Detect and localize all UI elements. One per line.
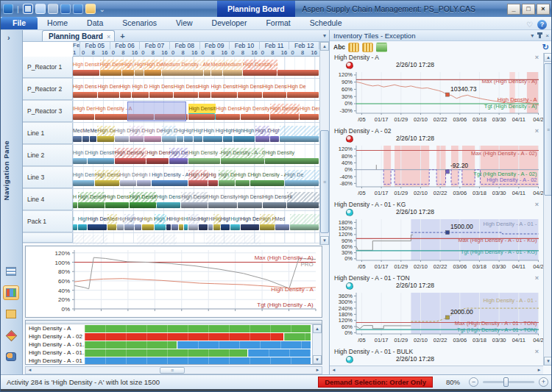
panel-horizontal-scrollbar[interactable]: ◄ ►	[330, 366, 543, 374]
gantt-bar-segment[interactable]: Medium Density - A	[162, 60, 204, 76]
gantt-bar-segment[interactable]: High	[221, 214, 230, 230]
gantt-row-track[interactable]: High DensHigh DensitHigh DeHigh IHigh De…	[73, 167, 319, 188]
tile-chart[interactable]: 120%90%60%30%0%-30%/0501/1701/2902/1002/…	[330, 70, 543, 124]
gantt-bar-segment[interactable]: High De	[144, 60, 161, 76]
scroll-right-icon[interactable]: ►	[535, 367, 543, 374]
close-button[interactable]: ×	[537, 4, 550, 15]
gantt-bar-segment[interactable]: High D	[236, 170, 250, 186]
gantt-bar-segment[interactable]	[206, 235, 261, 245]
gantt-bar-segment[interactable]: High Densit	[157, 192, 182, 208]
gantt-bar-segment[interactable]: Medium D	[223, 60, 243, 76]
tab-close-icon[interactable]: ×	[107, 33, 110, 40]
tile-chart[interactable]: 180%150%120%90%60%30%0%/0501/1701/2902/1…	[330, 217, 543, 271]
tile-chart[interactable]: 120%80%40%0%-40%-80%/0501/1701/2902/1002…	[330, 143, 543, 198]
favorite-icon[interactable]: ♡	[526, 21, 533, 29]
gantt-bar-segment[interactable]: High	[135, 60, 144, 76]
tab-list-dropdown-icon[interactable]: ▾	[323, 32, 326, 39]
ribbon-tab-scenarios[interactable]: Scenarios	[113, 17, 166, 29]
panel-close-icon[interactable]: ×	[545, 32, 549, 39]
gantt-bar-segment[interactable]: High Densi	[216, 104, 241, 120]
legend-row[interactable]: High Density - A - 01	[26, 357, 322, 365]
expand-chevron-icon[interactable]: ›	[7, 33, 10, 42]
gantt-bar-segment[interactable]: Med	[275, 214, 290, 230]
gantt-vertical-scrollbar[interactable]: ▲ ≡ ▼	[319, 42, 329, 245]
gantt-bar-segment[interactable]: Hi	[287, 192, 319, 208]
gantt-bar-segment[interactable]: Hig	[117, 214, 124, 230]
gantt-bar-segment[interactable]: High Density -	[188, 148, 221, 164]
tile-close-icon[interactable]: ×	[535, 54, 539, 61]
gantt-row-track[interactable]: High DHigh DensityHigh Density - High De…	[73, 145, 319, 166]
pin-icon[interactable]	[539, 32, 541, 38]
gantt-bar-segment[interactable]: Hi	[208, 214, 213, 230]
gantt-bar-segment[interactable]: High Density - A - 0	[221, 148, 265, 164]
gantt-bar-segment[interactable]: High Density	[88, 148, 115, 164]
gantt-bar-segment[interactable]: High Dens	[88, 214, 107, 230]
gantt-bar-segment[interactable]: High Hi	[260, 214, 275, 230]
gantt-bar-segment[interactable]: High D	[255, 126, 270, 142]
gantt-bar-segment[interactable]: Hig	[171, 214, 179, 230]
gantt-bar-segment[interactable]: High De	[285, 170, 319, 186]
gantt-bar-segment[interactable]: High Density - A	[152, 170, 188, 186]
scroll-down-icon[interactable]: ▼	[320, 236, 329, 245]
gantt-bar-segment[interactable]: HighHigh De	[233, 126, 255, 142]
panel-dropdown-icon[interactable]: ▾	[531, 32, 534, 39]
gantt-bar-segment[interactable]	[280, 126, 319, 142]
gantt-bar-segment[interactable]	[107, 235, 137, 245]
gantt-row-track[interactable]: MediMedMedHigh DeHigh DHigh DeHigh DenHi…	[73, 123, 319, 144]
tile-close-icon[interactable]: ×	[535, 348, 539, 355]
legend-row[interactable]: High Density - A - 01...	[26, 349, 322, 357]
tile-close-icon[interactable]: ×	[535, 201, 539, 208]
gantt-bar-segment[interactable]: High Densit	[263, 82, 288, 98]
scroll-down-icon[interactable]: ▼	[544, 357, 552, 366]
gantt-bar-segment[interactable]: High Hig	[188, 170, 208, 186]
maximize-button[interactable]: □	[522, 4, 535, 15]
gantt-bar-segment[interactable]: High Densit	[95, 170, 120, 186]
gantt-bar-segment[interactable]: Hi	[166, 214, 171, 230]
gantt-bar-segment[interactable]: High De	[97, 126, 114, 142]
gantt-bar-segment[interactable]: High I	[137, 170, 152, 186]
gantt-bar-segment[interactable]: Me	[204, 60, 211, 76]
gantt-bar-segment[interactable]: High Dens	[73, 82, 98, 98]
gantt-bar-segment[interactable]: High Densit	[263, 192, 288, 208]
gantt-bar-segment[interactable]: High Density	[100, 60, 122, 76]
gantt-horizontal-scrollbar[interactable]: ◄ ≡ ►	[25, 366, 322, 374]
gantt-bar-segment[interactable]: High Dens	[98, 82, 120, 98]
tile-close-icon[interactable]: ×	[535, 274, 539, 282]
gantt-bar-segment[interactable]: High Dens	[241, 214, 261, 230]
gantt-bar-segment[interactable]: High	[124, 214, 134, 230]
gantt-bar-segment[interactable]: Medi	[188, 214, 198, 230]
tile-close-icon[interactable]: ×	[535, 127, 539, 135]
gantt-bar-segment[interactable]: High Density - A	[243, 60, 277, 76]
gantt-bar-segment[interactable]: Medi	[107, 214, 117, 230]
scroll-right-icon[interactable]: ►	[314, 367, 322, 374]
scroll-down-icon[interactable]: ▼	[313, 355, 322, 364]
gantt-bar-segment[interactable]: High Density - A	[250, 170, 285, 186]
planning-board-icon[interactable]	[3, 285, 19, 300]
scroll-up-icon[interactable]: ▲	[320, 42, 329, 51]
qat-dropdown-icon[interactable]: ⌄	[99, 5, 105, 13]
gantt-bar-segment[interactable]: High Density -	[115, 148, 147, 164]
gantt-bar-segment[interactable]: High	[270, 126, 280, 142]
send-icon[interactable]	[73, 4, 83, 14]
gantt-bar-segment[interactable]: High	[184, 126, 194, 142]
ribbon-tab-schedule[interactable]: Schedule	[300, 17, 352, 29]
ribbon-tab-view[interactable]: View	[166, 17, 202, 29]
gantt-bar-segment[interactable]: High D	[73, 148, 88, 164]
scroll-thumb[interactable]: ≡	[544, 63, 552, 196]
gantt-row-track[interactable]	[73, 233, 319, 243]
zoom-slider-thumb[interactable]	[503, 377, 509, 387]
gantt-bar-segment[interactable]: Hig	[135, 214, 142, 230]
gantt-bar-segment[interactable]: High De	[130, 126, 144, 142]
gantt-bar-segment[interactable]: High Density	[181, 192, 208, 208]
gantt-row-track[interactable]: IHighHigh DensMediHigHighHigHigh DHigh D…	[73, 211, 319, 232]
gantt-bar-segment[interactable]	[137, 235, 177, 245]
gantt-bar-segment[interactable]: Mediu	[211, 60, 224, 76]
gantt-bar-segment[interactable]: High	[78, 214, 88, 230]
zoom-slider[interactable]	[483, 381, 534, 383]
folders-icon[interactable]	[3, 307, 19, 321]
inventory-chart-svg[interactable]: 120%100%80%60%40%20%0%Max (High Density …	[26, 246, 322, 317]
gantt-bar-segment[interactable]: High Density	[211, 82, 238, 98]
ribbon-tab-home[interactable]: Home	[38, 17, 77, 29]
gantt-bar-segment[interactable]: Hi	[184, 214, 189, 230]
gantt-bar-segment[interactable]: High D	[162, 126, 177, 142]
